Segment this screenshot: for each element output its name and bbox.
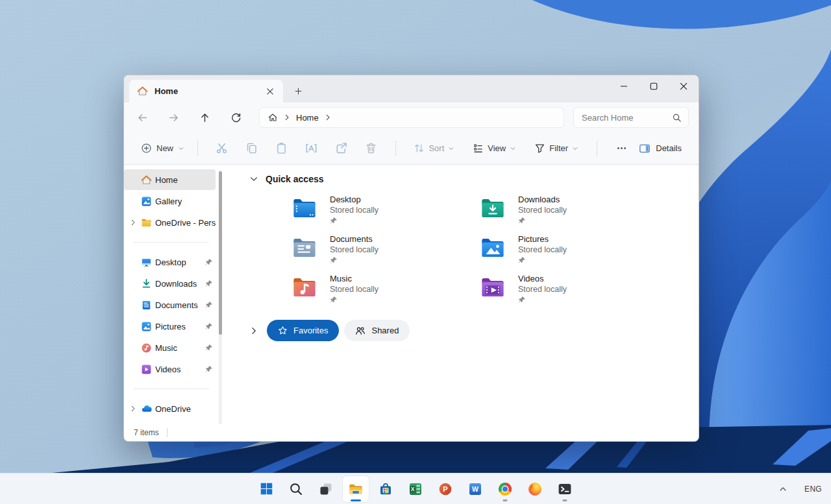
desktop-icon	[141, 257, 152, 268]
command-toolbar: New	[124, 132, 699, 165]
sidebar-item-desktop[interactable]: Desktop	[124, 252, 216, 272]
sidebar-item-home[interactable]: Home	[124, 169, 216, 190]
chevron-down-icon	[448, 145, 454, 152]
navigation-pane: HomeGalleryOneDrive - PersoDesktopDownlo…	[124, 165, 225, 424]
music-icon	[141, 342, 152, 354]
share-button[interactable]	[328, 137, 355, 160]
new-button[interactable]: New	[137, 139, 188, 158]
taskbar-excel-button[interactable]: X	[403, 476, 428, 502]
back-button[interactable]	[130, 106, 154, 129]
collapse-chevron-icon[interactable]	[249, 174, 258, 184]
tile-documents[interactable]: DocumentsStored locally	[291, 234, 479, 265]
delete-button[interactable]	[358, 137, 385, 160]
sidebar-item-music[interactable]: Music	[124, 337, 216, 358]
address-bar[interactable]: Home	[259, 107, 564, 128]
chevron-up-icon[interactable]	[778, 485, 788, 494]
rename-button[interactable]	[298, 137, 325, 160]
pin-icon	[205, 322, 213, 330]
search-icon[interactable]	[672, 113, 682, 123]
sidebar-scrollbar[interactable]	[219, 170, 222, 424]
powerpoint-icon: P	[438, 481, 453, 497]
minimize-button[interactable]	[609, 75, 639, 97]
excel-icon: X	[408, 481, 423, 497]
tile-name: Pictures	[518, 234, 567, 245]
tile-name: Downloads	[518, 195, 567, 205]
breadcrumb-chevron-icon[interactable]	[283, 114, 291, 121]
tab-title: Home	[155, 86, 262, 96]
copy-button[interactable]	[238, 137, 266, 160]
maximize-button[interactable]	[639, 75, 669, 97]
cut-button[interactable]	[208, 137, 236, 160]
pin-icon	[518, 256, 567, 264]
quick-access-header: Quick access	[249, 174, 699, 184]
forward-button[interactable]	[162, 106, 185, 129]
sidebar-scrollbar-thumb[interactable]	[219, 171, 222, 335]
sidebar-item-documents[interactable]: Documents	[124, 294, 216, 315]
refresh-button[interactable]	[224, 106, 247, 129]
sort-icon	[414, 143, 425, 154]
language-indicator[interactable]: ENG	[804, 485, 822, 494]
active-window-indicator	[351, 499, 361, 501]
gallery-icon	[141, 196, 152, 207]
pictures-icon	[141, 321, 152, 332]
filter-button[interactable]: Filter	[529, 139, 584, 158]
sidebar-item-label: Videos	[155, 365, 205, 374]
sidebar-item-onedrive-perso[interactable]: OneDrive - Perso	[124, 212, 216, 233]
up-button[interactable]	[193, 106, 216, 129]
sidebar-item-pictures[interactable]: Pictures	[124, 316, 216, 337]
start-icon	[258, 481, 275, 497]
details-button[interactable]: Details	[634, 139, 687, 158]
taskbar-task-view-button[interactable]	[313, 476, 339, 502]
expand-chevron-icon[interactable]	[249, 326, 258, 335]
view-icon	[473, 143, 484, 154]
tab-close-icon[interactable]	[262, 84, 278, 99]
sidebar-item-onedrive[interactable]: OneDrive	[124, 398, 216, 419]
tab-home[interactable]: Home	[129, 80, 283, 102]
new-tab-button[interactable]	[288, 81, 308, 101]
taskbar-firefox-button[interactable]	[522, 476, 548, 502]
tile-name: Videos	[518, 274, 567, 284]
breadcrumb-home-icon[interactable]	[267, 112, 278, 123]
pin-icon	[205, 301, 213, 309]
filter-favorites-button[interactable]: Favorites	[267, 320, 339, 341]
sidebar-item-label: Pictures	[155, 322, 205, 331]
paste-button[interactable]	[268, 137, 295, 160]
sidebar-item-videos[interactable]: Videos	[124, 359, 216, 379]
pin-icon	[518, 217, 567, 224]
taskbar-start-button[interactable]	[253, 476, 279, 502]
expand-chevron-icon[interactable]	[128, 219, 138, 226]
pictures-folder-icon	[479, 234, 506, 261]
close-button[interactable]	[669, 75, 699, 97]
tile-desktop[interactable]: DesktopStored locally	[291, 195, 479, 226]
view-button[interactable]: View	[467, 139, 521, 158]
taskbar-terminal-button[interactable]	[552, 476, 578, 502]
taskbar-word-button[interactable]: W	[462, 476, 488, 502]
new-button-label: New	[156, 143, 173, 153]
filter-icon	[534, 143, 545, 154]
sidebar-item-gallery[interactable]: Gallery	[124, 191, 216, 211]
tile-subtitle: Stored locally	[518, 205, 567, 215]
sort-button[interactable]: Sort	[408, 139, 460, 158]
quick-access-grid: DesktopStored locallyDownloadsStored loc…	[291, 195, 699, 305]
tile-music[interactable]: MusicStored locally	[291, 274, 479, 305]
sidebar-separator	[133, 389, 209, 389]
folder-yellow-icon	[141, 217, 152, 228]
tile-pictures[interactable]: PicturesStored locally	[479, 234, 667, 265]
tile-videos[interactable]: VideosStored locally	[479, 274, 667, 305]
taskbar-chrome-button[interactable]	[492, 476, 518, 502]
expand-chevron-icon[interactable]	[128, 405, 138, 413]
breadcrumb-chevron-icon[interactable]	[324, 114, 332, 121]
home-tab-icon	[137, 86, 148, 97]
breadcrumb-item-home[interactable]: Home	[296, 113, 319, 123]
taskbar-store-button[interactable]	[373, 476, 399, 502]
search-input[interactable]	[582, 113, 668, 123]
taskbar: XPW ENG	[0, 473, 831, 504]
taskbar-powerpoint-button[interactable]: P	[432, 476, 458, 502]
taskbar-search-button[interactable]	[283, 476, 309, 502]
sidebar-item-label: Desktop	[155, 258, 205, 267]
filter-shared-button[interactable]: Shared	[344, 320, 410, 341]
more-options-button[interactable]	[609, 137, 634, 160]
taskbar-file-explorer-button[interactable]	[343, 476, 369, 502]
tile-downloads[interactable]: DownloadsStored locally	[479, 195, 667, 226]
sidebar-item-downloads[interactable]: Downloads	[124, 273, 216, 294]
